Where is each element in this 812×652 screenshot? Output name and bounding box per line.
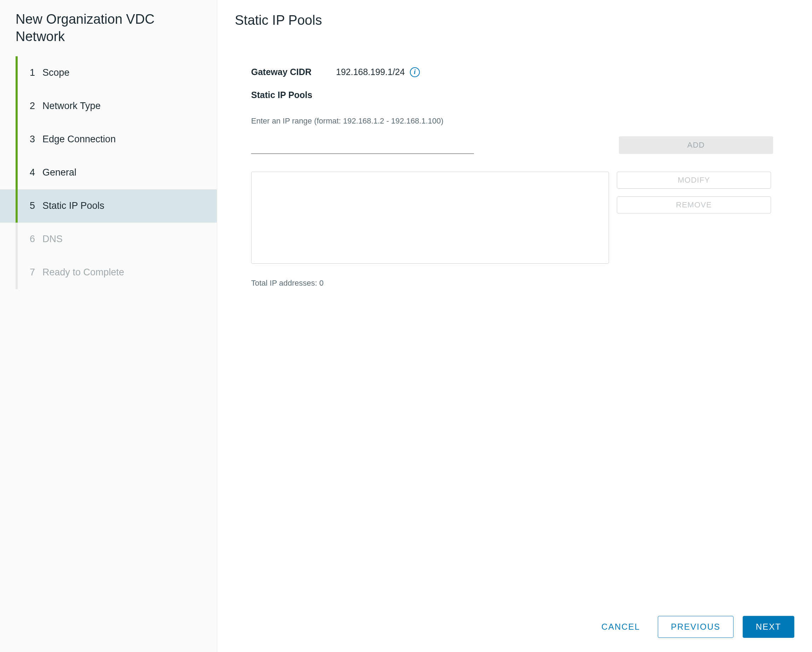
step-number: 6 [30,234,43,245]
step-edge-connection[interactable]: 3 Edge Connection [15,123,217,156]
step-dns: 6 DNS [15,223,217,256]
step-number: 1 [30,67,43,78]
gateway-cidr-label: Gateway CIDR [251,67,336,77]
step-label: Network Type [43,101,217,112]
step-general[interactable]: 4 General [15,156,217,189]
add-button[interactable]: ADD [619,136,773,154]
gateway-cidr-value: 192.168.199.1/24 [336,67,405,77]
step-number: 7 [30,267,43,278]
wizard-title: New Organization VDC Network [0,11,217,56]
step-label: Scope [43,67,217,78]
step-static-ip-pools[interactable]: 5 Static IP Pools [0,189,217,223]
static-ip-pools-label: Static IP Pools [251,90,794,100]
modify-button[interactable]: MODIFY [617,172,771,189]
total-ip-addresses: Total IP addresses: 0 [251,279,794,288]
next-button[interactable]: NEXT [743,616,794,638]
ip-list-row: MODIFY REMOVE [251,172,794,264]
wizard-steps: 1 Scope 2 Network Type 3 Edge Connection… [0,56,217,289]
step-label: Edge Connection [43,134,217,145]
step-number: 5 [30,200,43,211]
step-number: 3 [30,134,43,145]
main-panel: Static IP Pools Gateway CIDR 192.168.199… [217,0,812,652]
content-area: Gateway CIDR 192.168.199.1/24 i Static I… [235,67,794,602]
ip-input-row: ADD [251,136,794,154]
remove-button[interactable]: REMOVE [617,196,771,213]
step-label: Static IP Pools [43,200,217,211]
step-label: Ready to Complete [43,267,217,278]
ip-range-helper-text: Enter an IP range (format: 192.168.1.2 -… [251,116,794,126]
info-icon[interactable]: i [410,67,420,77]
previous-button[interactable]: PREVIOUS [658,616,734,638]
ip-range-input[interactable] [251,139,474,154]
step-label: General [43,167,217,178]
total-ip-count: 0 [319,279,324,288]
step-number: 2 [30,101,43,112]
step-network-type[interactable]: 2 Network Type [15,90,217,123]
step-ready-to-complete: 7 Ready to Complete [15,256,217,289]
step-label: DNS [43,234,217,245]
wizard-footer: CANCEL PREVIOUS NEXT [235,602,794,638]
cancel-button[interactable]: CANCEL [593,616,649,637]
page-title: Static IP Pools [235,13,794,28]
wizard-sidebar: New Organization VDC Network 1 Scope 2 N… [0,0,217,652]
list-actions: MODIFY REMOVE [617,172,771,213]
step-scope[interactable]: 1 Scope [15,56,217,90]
step-number: 4 [30,167,43,178]
gateway-cidr-row: Gateway CIDR 192.168.199.1/24 i [251,67,794,77]
ip-pool-listbox[interactable] [251,172,609,264]
